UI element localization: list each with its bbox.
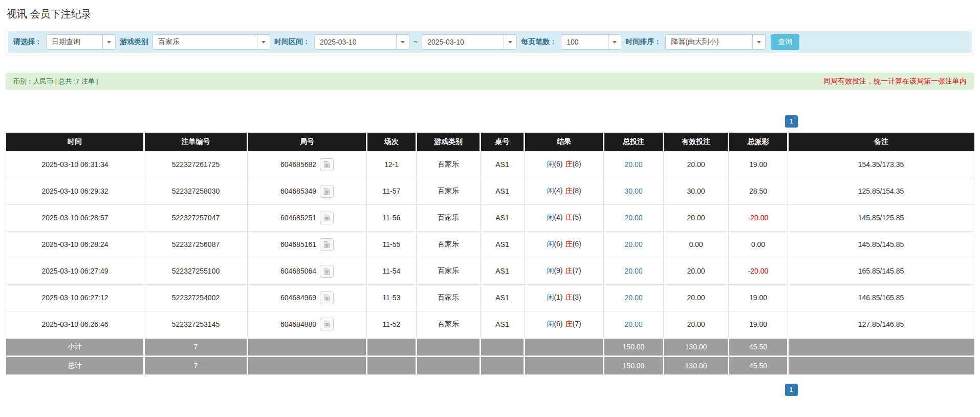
banker-score: (6) [573, 240, 581, 248]
chevron-down-icon[interactable] [396, 35, 409, 49]
date-from-dropdown[interactable]: 2025-03-10 [314, 34, 409, 50]
video-replay-button[interactable] [320, 185, 334, 198]
total-bet-link[interactable]: 20.00 [624, 240, 642, 248]
player-label: 闲 [547, 160, 554, 168]
video-replay-button[interactable] [320, 291, 334, 304]
cell-bet-id: 522327253145 [144, 311, 248, 338]
total-bet-link[interactable]: 20.00 [624, 267, 642, 275]
date-to-dropdown[interactable]: 2025-03-10 [422, 34, 517, 50]
chevron-down-icon[interactable] [257, 35, 270, 49]
bet-id: 522327253145 [172, 320, 220, 328]
player-label: 闲 [547, 240, 554, 248]
cell-remark: 154.35/173.35 [788, 151, 974, 178]
chevron-down-icon[interactable] [102, 35, 115, 49]
cell-total-bet: 20.00 [604, 284, 664, 311]
total-count: 7 [144, 356, 248, 374]
session-number: 11-52 [383, 320, 401, 328]
chevron-down-icon[interactable] [608, 35, 621, 49]
cell-payout: 19.00 [729, 311, 788, 338]
chevron-down-icon[interactable] [752, 35, 765, 49]
chevron-down-icon [401, 41, 405, 44]
game-type: 百家乐 [438, 213, 459, 221]
total-bet-link[interactable]: 20.00 [624, 294, 642, 302]
cell-bet-id: 522327255100 [144, 258, 248, 284]
table-row: 2025-03-10 06:28:57 522327257047 6046852… [6, 204, 974, 231]
chevron-down-icon[interactable] [504, 35, 516, 49]
payout-amount: -20.00 [748, 214, 769, 222]
cell-round-id: 604685251 [248, 204, 367, 231]
table-footer: 小计 7 150.00 130.00 45.50 总计 7 150.00 130… [6, 338, 974, 374]
cell-result: 闲(1)庄(3) [525, 284, 604, 311]
page-size-dropdown[interactable]: 100 [561, 34, 621, 50]
game-type-dropdown[interactable]: 百家乐 [153, 34, 270, 50]
date-from-value: 2025-03-10 [315, 35, 396, 49]
round-id: 604685064 [280, 267, 316, 275]
game-type: 百家乐 [438, 293, 459, 301]
total-bet-link[interactable]: 30.00 [624, 187, 642, 195]
session-number: 11-54 [383, 267, 401, 275]
total-bet-link[interactable]: 20.00 [624, 160, 642, 169]
filter-panel: 请选择： 日期查询 游戏类别 百家乐 时间区间： 2025-03-10 ~ 20… [6, 29, 974, 55]
query-button[interactable]: 查询 [771, 34, 799, 50]
bet-time: 2025-03-10 06:29:32 [42, 187, 108, 195]
cell-remark: 145.85/145.85 [788, 231, 974, 258]
player-label: 闲 [547, 213, 554, 221]
page-container: 视讯 会员下注纪录 请选择： 日期查询 游戏类别 百家乐 时间区间： 2025-… [0, 7, 980, 396]
player-score: (6) [554, 320, 562, 328]
valid-bet-notice: 同局有效投注，统一计算在该局第一张注单内 [823, 77, 967, 86]
round-id: 604684880 [280, 320, 316, 328]
video-replay-button[interactable] [320, 212, 334, 224]
valid-bet-amount: 20.00 [687, 294, 705, 302]
cell-payout: -20.00 [729, 204, 788, 231]
video-replay-button[interactable] [320, 158, 334, 171]
page-size-value: 100 [561, 35, 608, 49]
game-type: 百家乐 [438, 240, 459, 248]
game-type: 百家乐 [438, 266, 459, 275]
cell-session: 11-57 [367, 178, 417, 204]
video-replay-icon [323, 214, 331, 222]
banker-score: (8) [573, 186, 581, 195]
cell-result: 闲(6)庄(7) [525, 311, 604, 338]
table-row: 2025-03-10 06:26:46 522327253145 6046848… [6, 311, 974, 338]
time-order-label: 时间排序： [625, 37, 661, 47]
video-replay-button[interactable] [320, 265, 334, 278]
header-valid-bet: 有效投注 [664, 133, 729, 151]
header-round-id: 局号 [248, 133, 367, 151]
cell-table-no: AS1 [481, 231, 525, 258]
cell-time: 2025-03-10 06:27:49 [6, 258, 144, 284]
pagination-page-1-button[interactable]: 1 [785, 115, 798, 128]
video-replay-button[interactable] [320, 318, 334, 330]
cell-valid-bet: 0.00 [664, 231, 729, 258]
valid-bet-amount: 30.00 [687, 187, 705, 195]
select-mode-dropdown[interactable]: 日期查询 [46, 34, 116, 50]
cell-payout: 28.50 [729, 178, 788, 204]
cell-payout: -20.00 [729, 258, 788, 284]
cell-game-type: 百家乐 [417, 178, 481, 204]
cell-round-id: 604685064 [248, 258, 367, 284]
player-score: (4) [554, 213, 562, 221]
header-total-bet: 总投注 [604, 133, 664, 151]
cell-valid-bet: 30.00 [664, 178, 729, 204]
chevron-down-icon [262, 41, 266, 44]
cell-table-no: AS1 [481, 311, 525, 338]
player-label: 闲 [547, 186, 554, 195]
bet-time: 2025-03-10 06:31:34 [42, 160, 108, 169]
cell-payout: 0.00 [729, 231, 788, 258]
video-replay-button[interactable] [320, 238, 334, 251]
cell-time: 2025-03-10 06:28:24 [6, 231, 144, 258]
cell-time: 2025-03-10 06:26:46 [6, 311, 144, 338]
valid-bet-amount: 20.00 [687, 320, 705, 328]
total-bet-link[interactable]: 20.00 [624, 320, 642, 328]
cell-remark: 125.85/154.35 [788, 178, 974, 204]
payout-amount: 28.50 [749, 187, 767, 195]
table-number: AS1 [495, 267, 509, 275]
time-order-dropdown[interactable]: 降冪(由大到小) [665, 34, 766, 50]
table-number: AS1 [495, 320, 509, 328]
time-order-value: 降冪(由大到小) [666, 35, 752, 49]
table-number: AS1 [495, 294, 509, 302]
round-id: 604685251 [280, 214, 316, 222]
pagination-page-1-button[interactable]: 1 [785, 384, 798, 396]
total-bet-link[interactable]: 20.00 [624, 214, 642, 222]
cell-table-no: AS1 [481, 178, 525, 204]
cell-round-id: 604684969 [248, 284, 367, 311]
